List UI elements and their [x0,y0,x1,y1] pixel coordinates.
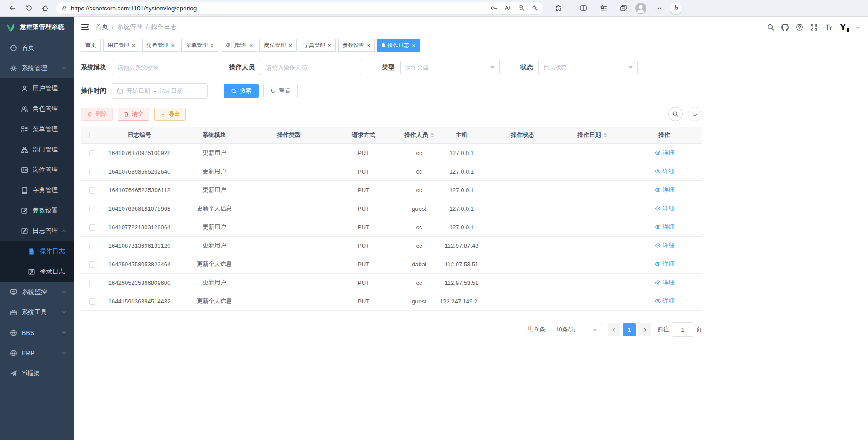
home-icon[interactable] [37,1,53,15]
split-screen-icon[interactable] [576,1,592,15]
close-icon[interactable]: × [250,43,253,48]
type-select[interactable]: 操作类型 [400,60,500,75]
row-checkbox[interactable] [89,187,95,194]
prev-page-button[interactable] [608,323,620,336]
more-menu-icon[interactable] [650,1,666,15]
row-checkbox[interactable] [89,150,95,156]
sidebar-item-users[interactable]: 用户管理 [0,78,74,99]
sidebar-item-parameters[interactable]: 参数设置 [0,200,74,221]
detail-link[interactable]: 详细 [655,279,675,287]
close-icon[interactable]: × [132,43,136,48]
date-range-picker[interactable]: 开始日期 - 结束日期 [112,83,208,99]
detail-link[interactable]: 详细 [655,204,675,213]
breadcrumb-system[interactable]: 系统管理 [117,23,142,31]
url-text[interactable]: https://ccnetcore.com:1101/system/log/op… [71,5,487,12]
detail-link[interactable]: 详细 [655,167,675,175]
tab[interactable]: 用户管理 × [103,39,140,52]
page-number-1[interactable]: 1 [623,323,636,336]
close-icon[interactable]: × [412,43,415,48]
favorite-add-icon[interactable] [528,3,542,14]
detail-link[interactable]: 详细 [655,241,675,250]
sidebar-item-yi-framework[interactable]: Yi框架 [0,363,74,383]
user-logo[interactable]: Y [840,22,849,32]
next-page-button[interactable] [638,323,651,336]
export-button[interactable]: 导出 [154,108,186,121]
close-icon[interactable]: × [367,43,371,48]
back-icon[interactable] [5,1,21,15]
reload-icon[interactable] [21,1,37,15]
row-checkbox[interactable] [89,224,95,231]
sidebar-item-monitor[interactable]: 系统监控 [0,282,74,302]
extensions-icon[interactable] [550,1,566,15]
sidebar-item-departments[interactable]: 部门管理 [0,139,74,160]
goto-input[interactable] [672,322,693,337]
reset-button[interactable]: 重置 [263,84,298,98]
close-icon[interactable]: × [328,43,331,48]
sidebar-item-logs[interactable]: 日志管理 [0,221,74,241]
fullscreen-icon[interactable] [810,24,818,31]
search-icon[interactable] [767,24,774,31]
sidebar-item-dictionary[interactable]: 字典管理 [0,180,74,200]
sidebar-item-operation-log[interactable]: 操作日志 [0,241,74,261]
refresh-table-button[interactable] [688,107,702,121]
tab[interactable]: 首页 [81,39,101,52]
detail-link[interactable]: 详细 [655,223,675,231]
collections-icon[interactable] [615,1,632,15]
profile-avatar[interactable] [635,3,646,14]
module-input[interactable] [112,60,208,75]
detail-link[interactable]: 详细 [655,186,675,194]
row-checkbox[interactable] [89,169,95,175]
row-checkbox[interactable] [89,261,95,268]
clear-button[interactable]: 清空 [118,108,149,121]
sidebar-item-home[interactable]: 首页 [0,38,74,58]
detail-link[interactable]: 详细 [655,149,675,157]
sidebar-item-menus[interactable]: 菜单管理 [0,119,74,139]
tab[interactable]: 字典管理 × [299,39,336,52]
sidebar-item-bbs[interactable]: BBS [0,322,74,343]
zoom-out-icon[interactable] [514,3,528,14]
row-checkbox[interactable] [89,243,95,249]
sidebar-fold-icon[interactable] [81,23,89,31]
sidebar-item-erp[interactable]: ERP [0,343,74,363]
tab[interactable]: 部门管理 × [221,39,258,52]
row-checkbox[interactable] [89,280,95,286]
app-logo[interactable]: 意框架管理系统 [0,17,74,38]
bing-chat-icon[interactable]: b [670,2,682,14]
select-all-checkbox[interactable] [89,132,95,138]
help-icon[interactable] [796,24,803,31]
sidebar-item-posts[interactable]: 岗位管理 [0,160,74,180]
tab[interactable]: 操作日志 × [377,39,420,52]
col-date[interactable]: 操作日期 [558,127,627,144]
password-key-icon[interactable] [487,3,501,14]
status-select[interactable]: 日志状态 [538,60,638,75]
github-icon[interactable] [781,24,789,31]
tab[interactable]: 角色管理 × [142,39,179,52]
delete-button[interactable]: 删除 [81,108,113,121]
sidebar-item-roles[interactable]: 角色管理 [0,99,74,119]
sort-caret-icon[interactable] [604,133,607,137]
caret-down-icon[interactable] [856,27,860,31]
detail-link[interactable]: 详细 [655,297,675,305]
sidebar-item-system[interactable]: 系统管理 [0,58,74,78]
page-size-select[interactable]: 10条/页 [552,323,601,336]
detail-link[interactable]: 详细 [655,260,675,268]
sort-caret-icon[interactable] [430,133,434,137]
show-search-button[interactable] [668,107,683,121]
row-checkbox[interactable] [89,298,95,305]
close-icon[interactable]: × [210,43,214,48]
tab[interactable]: 菜单管理 × [181,39,218,52]
operator-input[interactable] [260,60,361,75]
row-checkbox[interactable] [89,206,95,212]
read-aloud-icon[interactable] [501,3,514,14]
tab[interactable]: 参数设置 × [338,39,375,52]
sidebar-item-login-log[interactable]: 登录日志 [0,261,74,282]
col-operator[interactable]: 操作人员 [402,127,436,144]
close-icon[interactable]: × [288,43,292,48]
close-icon[interactable]: × [171,43,175,48]
favorites-bar-icon[interactable] [595,1,612,15]
tab[interactable]: 岗位管理 × [259,39,297,52]
breadcrumb-home[interactable]: 首页 [95,23,108,31]
font-size-icon[interactable] [825,23,833,31]
search-button[interactable]: 搜索 [224,84,259,98]
sidebar-item-tools[interactable]: 系统工具 [0,302,74,322]
